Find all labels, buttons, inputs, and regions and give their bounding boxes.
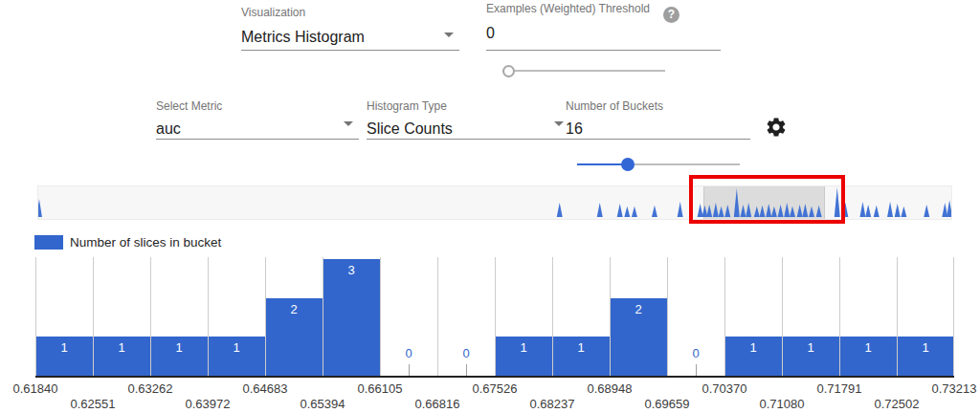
x-axis-tick-label: 0.68237 [514,397,590,411]
visualization-label: Visualization [241,6,459,19]
bar-value-label: 0 [667,346,724,360]
bar-value-label: 1 [35,340,93,355]
x-axis-tick-label: 0.73213 [916,381,980,396]
x-axis-line [35,376,954,378]
x-axis-tick-label: 0.70370 [686,381,763,396]
bar-value-label: 1 [552,340,610,355]
select-metric-label: Select Metric [156,99,359,113]
overview-spike [802,204,808,217]
x-axis-tick-label: 0.68948 [571,381,648,396]
overview-spike [734,188,740,217]
histogram-type-select[interactable]: Histogram Type Slice Counts [367,99,569,140]
x-axis-tick-label: 0.63972 [169,397,246,411]
bar-value-label: 1 [839,340,897,355]
overview-spike [947,200,951,217]
overview-spike [624,206,630,217]
overview-spike [724,205,730,217]
examples-threshold-input[interactable]: Examples (Weighted) Threshold 0 [486,2,721,51]
overview-spike [740,205,746,217]
gridline [208,257,209,376]
x-axis-tick-label: 0.63262 [112,381,189,396]
x-axis-tick-label: 0.61840 [0,381,74,396]
overview-spike [746,203,751,217]
help-icon[interactable]: ? [663,7,679,23]
gridline [782,257,783,376]
gridline [897,257,898,376]
x-axis-tick-label: 0.64683 [227,381,303,396]
x-axis-tick-label: 0.67526 [457,381,533,396]
chevron-down-icon[interactable] [444,33,454,37]
metrics-histogram-widget: { "controls": { "visualization": {"label… [0,0,980,413]
overview-spike [842,203,848,217]
slider-track[interactable] [502,70,665,72]
chevron-down-icon[interactable] [554,121,564,126]
select-metric-select[interactable]: Select Metric auc [156,99,359,140]
overview-spike [652,206,657,217]
x-axis-tick-label: 0.69659 [629,397,705,411]
slider-knob[interactable] [621,158,635,171]
zero-tick-stub [466,364,467,376]
gridline [495,257,496,376]
overview-spike [38,199,42,217]
settings-gear-icon[interactable] [765,116,788,139]
overview-spike [887,202,893,217]
bar-value-label: 1 [495,340,552,355]
examples-threshold-slider[interactable] [502,63,665,78]
overview-spike [713,203,719,217]
bar-value-label: 1 [208,340,265,355]
x-axis-tick-label: 0.66816 [399,397,476,411]
overview-spike [942,203,947,217]
bar-value-label: 0 [380,346,437,360]
overview-spike [816,206,822,217]
select-metric-value: auc [156,120,359,139]
overview-spike [874,206,880,217]
overview-spike [778,205,784,217]
overview-spike [617,204,623,217]
overview-spike [760,206,766,217]
bar-value-label: 2 [610,302,667,316]
number-of-buckets-value: 16 [566,120,750,139]
chevron-down-icon[interactable] [344,121,353,126]
overview-spike [859,202,865,217]
overview-spike [895,204,901,217]
x-axis-tick-label: 0.62551 [55,397,131,411]
examples-threshold-value: 0 [486,24,721,43]
overview-spike [678,202,683,217]
gridline [93,257,94,376]
x-axis-tick-label: 0.71791 [801,381,878,396]
slider-active-track[interactable] [577,163,628,165]
slider-knob[interactable] [502,65,515,77]
overview-spike [784,203,790,217]
overview-spike [790,206,795,217]
gridline [839,257,840,376]
gridline [953,257,954,376]
legend-label: Number of slices in bucket [70,235,221,250]
gridline [150,257,151,376]
bar-value-label: 1 [897,340,954,355]
overview-spike [865,205,871,217]
overview-spike [766,204,771,217]
bar-value-label: 2 [265,302,323,316]
slice-count-histogram: 1111230011201111 [35,257,954,376]
overview-spike [809,206,814,217]
overview-spike [797,205,803,217]
gridline [35,257,36,376]
overview-spike [557,203,563,217]
histogram-type-label: Histogram Type [367,99,569,113]
bar-value-label: 1 [150,340,208,355]
overview-spike [632,206,637,217]
x-axis-tick-label: 0.66105 [342,381,418,396]
histogram-type-value: Slice Counts [367,120,569,139]
bar-value-label: 0 [437,346,495,360]
visualization-value: Metrics Histogram [241,28,459,47]
number-of-buckets-input[interactable]: Number of Buckets 16 [566,99,750,140]
zero-tick-stub [696,364,697,376]
visualization-select[interactable]: Visualization Metrics Histogram [241,6,459,51]
metric-overview-strip[interactable] [37,185,952,220]
overview-spikes [38,186,951,219]
overview-spike [597,203,603,217]
number-of-buckets-slider[interactable] [577,157,740,172]
overview-spike [702,206,707,217]
overview-spike [754,206,760,217]
examples-threshold-label: Examples (Weighted) Threshold [486,2,721,15]
